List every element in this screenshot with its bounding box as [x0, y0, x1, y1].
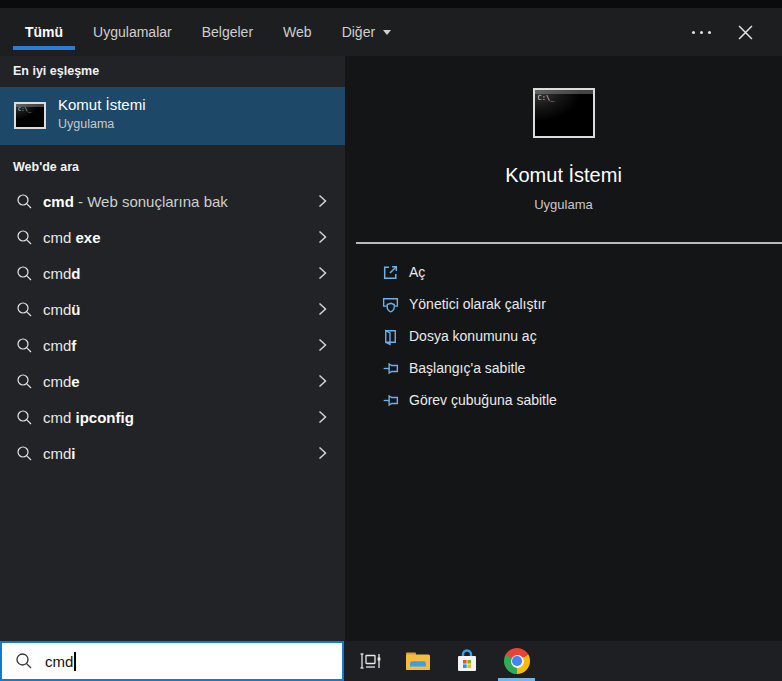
suggestion-cmd-ipconfig[interactable]: cmd ipconfig: [0, 399, 345, 435]
chevron-down-icon: [383, 30, 391, 35]
suggestion-emphasis: e: [71, 373, 79, 390]
suggestion-text: cmd - Web sonuçlarına bak: [43, 193, 228, 210]
search-input[interactable]: cmd: [0, 641, 344, 681]
action-list: Aç Yönetici olarak çalıştır Dosya konumu…: [345, 256, 782, 416]
text-caret: [74, 652, 76, 671]
open-icon: [381, 263, 400, 282]
tab-web-label: Web: [283, 24, 312, 40]
suggestion-text: cmd exe: [43, 229, 101, 246]
tab-apps-label: Uygulamalar: [93, 24, 172, 40]
suggestion-emphasis: f: [71, 337, 76, 354]
chevron-right-icon[interactable]: [318, 194, 327, 208]
suggestion-cmd-exe[interactable]: cmd exe: [0, 219, 345, 255]
suggestion-cmdi[interactable]: cmdi: [0, 435, 345, 471]
tab-all-label: Tümü: [25, 24, 63, 40]
close-button[interactable]: [730, 8, 760, 56]
suggestion-emphasis: cmd: [43, 193, 74, 210]
suggestion-text: cmdf: [43, 337, 76, 354]
suggestion-text: cmdü: [43, 301, 81, 318]
suggestion-typed: cmd: [43, 301, 71, 318]
ellipsis-icon: [700, 31, 703, 34]
suggestion-extra: - Web sonuçlarına bak: [74, 193, 228, 210]
search-query-text: cmd: [45, 653, 73, 670]
taskbar: [344, 641, 782, 681]
task-view-button[interactable]: [355, 641, 385, 681]
chevron-right-icon[interactable]: [318, 410, 327, 424]
suggestion-text: cmdd: [43, 265, 81, 282]
suggestion-emphasis: ü: [71, 301, 80, 318]
preview-divider: [356, 242, 782, 244]
suggestion-typed: cmd: [43, 265, 71, 282]
action-open[interactable]: Aç: [345, 256, 782, 288]
suggestion-cmdd[interactable]: cmdd: [0, 255, 345, 291]
microsoft-store-icon: [454, 648, 480, 674]
more-options-button[interactable]: [686, 8, 716, 56]
search-icon: [16, 193, 33, 210]
action-run-as-admin-label: Yönetici olarak çalıştır: [409, 296, 546, 312]
results-panel: En iyi eşleşme C:\_ Komut İstemi Uygulam…: [0, 56, 345, 641]
best-match-header: En iyi eşleşme: [13, 64, 99, 78]
action-open-file-location-label: Dosya konumunu aç: [409, 328, 537, 344]
command-prompt-icon: C:\_: [14, 102, 46, 129]
close-icon: [738, 25, 753, 40]
microsoft-store-button[interactable]: [452, 641, 482, 681]
best-match-title: Komut İstemi: [58, 96, 146, 113]
search-icon: [15, 652, 33, 670]
tab-more-filters[interactable]: Diğer: [342, 8, 391, 56]
web-suggestion-list: cmd - Web sonuçlarına bak cmd exe cmdd c…: [0, 183, 345, 471]
file-explorer-icon: [405, 650, 431, 672]
suggestion-emphasis: d: [71, 265, 80, 282]
action-pin-to-taskbar-label: Görev çubuğuna sabitle: [409, 392, 557, 408]
suggestion-text: cmde: [43, 373, 80, 390]
search-icon: [16, 373, 33, 390]
search-icon: [16, 409, 33, 426]
pin-to-taskbar-icon: [381, 391, 400, 410]
web-search-header: Web'de ara: [13, 160, 79, 174]
best-match-result[interactable]: C:\_ Komut İstemi Uygulama: [0, 87, 345, 145]
cmd-icon-prompt-text: C:\_: [538, 95, 555, 102]
chevron-right-icon[interactable]: [318, 302, 327, 316]
search-icon: [16, 229, 33, 246]
command-prompt-icon: C:\_: [533, 88, 595, 138]
suggestion-cmde[interactable]: cmde: [0, 363, 345, 399]
best-match-text: Komut İstemi Uygulama: [58, 96, 146, 131]
chrome-blue-core: [512, 656, 522, 666]
action-pin-to-taskbar[interactable]: Görev çubuğuna sabitle: [345, 384, 782, 416]
chevron-right-icon[interactable]: [318, 230, 327, 244]
google-chrome-button[interactable]: [502, 641, 532, 681]
run-as-admin-icon: [381, 295, 400, 314]
preview-title: Komut İstemi: [345, 164, 782, 187]
search-filter-tabbar: Tümü Uygulamalar Belgeler Web Diğer: [0, 8, 782, 56]
suggestion-emphasis: ipconfig: [76, 409, 134, 426]
tab-apps[interactable]: Uygulamalar: [93, 8, 172, 56]
chevron-right-icon[interactable]: [318, 338, 327, 352]
search-icon: [16, 337, 33, 354]
action-run-as-admin[interactable]: Yönetici olarak çalıştır: [345, 288, 782, 320]
suggestion-typed: cmd: [43, 229, 76, 246]
active-tab-underline: [13, 46, 75, 50]
action-open-file-location[interactable]: Dosya konumunu aç: [345, 320, 782, 352]
suggestion-cmdu[interactable]: cmdü: [0, 291, 345, 327]
search-icon: [16, 265, 33, 282]
tab-more-filters-label: Diğer: [342, 24, 375, 40]
chevron-right-icon[interactable]: [318, 446, 327, 460]
google-chrome-icon: [504, 648, 530, 674]
action-open-label: Aç: [409, 264, 425, 280]
tab-documents-label: Belgeler: [202, 24, 253, 40]
cmd-icon-prompt-text: C:\_: [18, 107, 31, 113]
task-view-icon: [358, 649, 382, 673]
search-icon: [16, 301, 33, 318]
suggestion-text: cmd ipconfig: [43, 409, 134, 426]
action-pin-to-start-label: Başlangıç'a sabitle: [409, 360, 525, 376]
tab-documents[interactable]: Belgeler: [202, 8, 253, 56]
suggestion-cmdf[interactable]: cmdf: [0, 327, 345, 363]
suggestion-cmd-web[interactable]: cmd - Web sonuçlarına bak: [0, 183, 345, 219]
tab-all[interactable]: Tümü: [25, 8, 63, 56]
action-pin-to-start[interactable]: Başlangıç'a sabitle: [345, 352, 782, 384]
suggestion-typed: cmd: [43, 337, 71, 354]
file-explorer-button[interactable]: [403, 641, 433, 681]
chevron-right-icon[interactable]: [318, 374, 327, 388]
preview-panel: C:\_ Komut İstemi Uygulama Aç Yönetici o…: [345, 56, 782, 641]
tab-web[interactable]: Web: [283, 8, 312, 56]
chevron-right-icon[interactable]: [318, 266, 327, 280]
